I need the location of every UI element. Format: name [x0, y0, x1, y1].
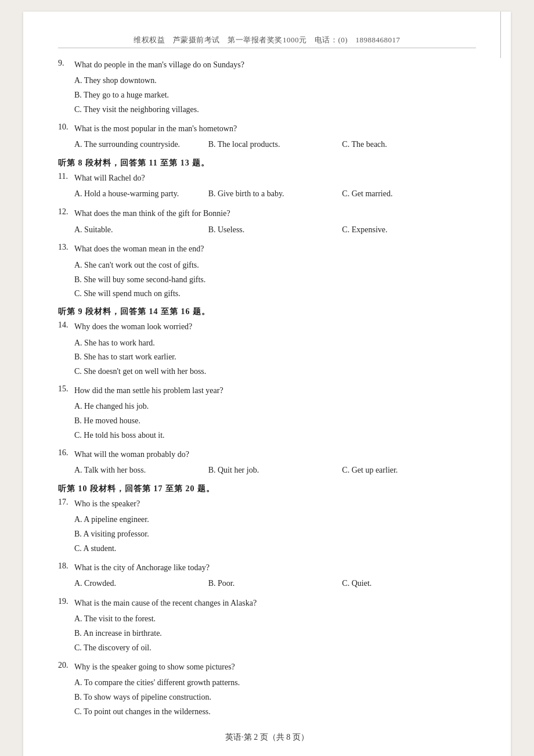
question-main: 9.What do people in the man's village do…	[58, 59, 476, 71]
answer-item: B. He moved house.	[74, 414, 476, 428]
answer-item: C. The beach.	[342, 138, 476, 152]
question-main: 16.What will the woman probably do?	[58, 448, 476, 461]
answer-item: C. The discovery of oil.	[74, 641, 476, 655]
header-text: 维权权益 芦蒙摄前考试 第一举报者奖奖1000元 电话：(0) 18988468…	[134, 35, 400, 44]
footer: 英语·第 2 页（共 8 页）	[58, 732, 476, 743]
answer-item: B. To show ways of pipeline construction…	[74, 690, 476, 704]
answer-item: B. Poor.	[208, 577, 342, 591]
question-block: 12.What does the man think of the gift f…	[58, 207, 476, 237]
answer-item: A. The visit to the forest.	[74, 612, 476, 626]
question-main: 10.What is the most popular in the man's…	[58, 123, 476, 135]
answer-item: B. A visiting professor.	[74, 527, 476, 541]
answer-item: A. A pipeline engineer.	[74, 513, 476, 527]
question-main: 11.What will Rachel do?	[58, 172, 476, 185]
answer-item: C. A student.	[74, 542, 476, 556]
answer-item: B. Useless.	[208, 223, 342, 237]
question-block: 18.What is the city of Anchorage like to…	[58, 561, 476, 591]
answer-item: C. To point out changes in the wildernes…	[74, 705, 476, 719]
question-text: What does the man think of the gift for …	[74, 207, 476, 220]
page: 维权权益 芦蒙摄前考试 第一举报者奖奖1000元 电话：(0) 18988468…	[23, 12, 511, 756]
question-text: What is the main cause of the recent cha…	[74, 597, 476, 610]
section-heading: 听第 10 段材料，回答第 17 至第 20 题。	[58, 484, 476, 494]
question-number: 10.	[58, 123, 74, 135]
question-block: 14.Why does the woman look worried?A. Sh…	[58, 321, 476, 379]
answer-item: A. Talk with her boss.	[74, 463, 208, 477]
answer-item: B. An increase in birthrate.	[74, 627, 476, 640]
corner-decoration	[500, 12, 511, 58]
answer-item: A. The surrounding countryside.	[74, 138, 208, 152]
question-text: Why does the woman look worried?	[74, 321, 476, 333]
answer-three-col: A. Crowded.B. Poor.C. Quiet.	[74, 577, 476, 591]
question-main: 20.Why is the speaker going to show some…	[58, 661, 476, 674]
question-text: Who is the speaker?	[74, 498, 476, 510]
question-text: What will the woman probably do?	[74, 448, 476, 461]
answer-item: B. Give birth to a baby.	[208, 187, 342, 201]
answer-item: B. Quit her job.	[208, 463, 342, 477]
answer-item: C. Get married.	[342, 187, 476, 201]
answer-item: A. They shop downtown.	[74, 74, 476, 88]
answer-item: C. They visit the neighboring villages.	[74, 103, 476, 117]
question-text: What will Rachel do?	[74, 172, 476, 185]
question-number: 17.	[58, 498, 74, 510]
answer-item: C. He told his boss about it.	[74, 429, 476, 442]
answer-item: A. Suitable.	[74, 223, 208, 237]
question-number: 11.	[58, 172, 74, 185]
question-block: 20.Why is the speaker going to show some…	[58, 661, 476, 719]
question-number: 18.	[58, 561, 74, 574]
question-number: 9.	[58, 59, 74, 71]
questions-container: 9.What do people in the man's village do…	[58, 59, 476, 718]
answer-three-col: A. The surrounding countryside.B. The lo…	[74, 138, 476, 152]
question-main: 13.What does the woman mean in the end?	[58, 243, 476, 255]
question-text: What does the woman mean in the end?	[74, 243, 476, 255]
question-number: 14.	[58, 321, 74, 333]
question-main: 18.What is the city of Anchorage like to…	[58, 561, 476, 574]
question-text: What is the most popular in the man's ho…	[74, 123, 476, 135]
question-number: 13.	[58, 243, 74, 255]
question-text: Why is the speaker going to show some pi…	[74, 661, 476, 674]
question-main: 15.How did the man settle his problem la…	[58, 384, 476, 397]
question-text: What is the city of Anchorage like today…	[74, 561, 476, 574]
answer-item: A. Crowded.	[74, 577, 208, 591]
answer-item: A. She can't work out the cost of gifts.	[74, 258, 476, 272]
question-main: 17.Who is the speaker?	[58, 498, 476, 510]
question-main: 12.What does the man think of the gift f…	[58, 207, 476, 220]
question-block: 17.Who is the speaker?A. A pipeline engi…	[58, 498, 476, 556]
answer-three-col: A. Talk with her boss.B. Quit her job.C.…	[74, 463, 476, 478]
question-text: How did the man settle his problem last …	[74, 384, 476, 397]
section-heading: 听第 9 段材料，回答第 14 至第 16 题。	[58, 307, 476, 317]
question-block: 9.What do people in the man's village do…	[58, 59, 476, 117]
answer-item: C. She will spend much on gifts.	[74, 287, 476, 301]
answer-item: C. Quiet.	[342, 577, 476, 591]
question-text: What do people in the man's village do o…	[74, 59, 476, 71]
footer-text: 英语·第 2 页（共 8 页）	[225, 733, 309, 741]
question-number: 16.	[58, 448, 74, 461]
question-block: 13.What does the woman mean in the end?A…	[58, 243, 476, 301]
answer-three-col: A. Suitable.B. Useless.C. Expensive.	[74, 223, 476, 237]
section-heading: 听第 8 段材料，回答第 11 至第 13 题。	[58, 158, 476, 168]
answer-item: B. The local products.	[208, 138, 342, 152]
question-number: 12.	[58, 207, 74, 220]
question-block: 16.What will the woman probably do?A. Ta…	[58, 448, 476, 478]
answer-item: C. Expensive.	[342, 223, 476, 237]
answer-three-col: A. Hold a house-warming party.B. Give bi…	[74, 187, 476, 201]
header-bar: 维权权益 芦蒙摄前考试 第一举报者奖奖1000元 电话：(0) 18988468…	[58, 35, 476, 48]
question-number: 20.	[58, 661, 74, 674]
answer-item: C. Get up earlier.	[342, 463, 476, 477]
question-block: 10.What is the most popular in the man's…	[58, 123, 476, 152]
answer-item: B. They go to a huge market.	[74, 88, 476, 102]
question-number: 19.	[58, 597, 74, 610]
answer-item: C. She doesn't get on well with her boss…	[74, 365, 476, 379]
answer-item: A. He changed his job.	[74, 399, 476, 413]
question-block: 19.What is the main cause of the recent …	[58, 597, 476, 655]
answer-item: A. She has to work hard.	[74, 336, 476, 350]
question-block: 11.What will Rachel do?A. Hold a house-w…	[58, 172, 476, 201]
answer-item: A. To compare the cities' different grow…	[74, 676, 476, 690]
question-main: 14.Why does the woman look worried?	[58, 321, 476, 333]
answer-item: B. She will buy some second-hand gifts.	[74, 273, 476, 287]
answer-item: A. Hold a house-warming party.	[74, 187, 208, 201]
answer-item: B. She has to start work earlier.	[74, 350, 476, 364]
question-number: 15.	[58, 384, 74, 397]
question-block: 15.How did the man settle his problem la…	[58, 384, 476, 442]
question-main: 19.What is the main cause of the recent …	[58, 597, 476, 610]
